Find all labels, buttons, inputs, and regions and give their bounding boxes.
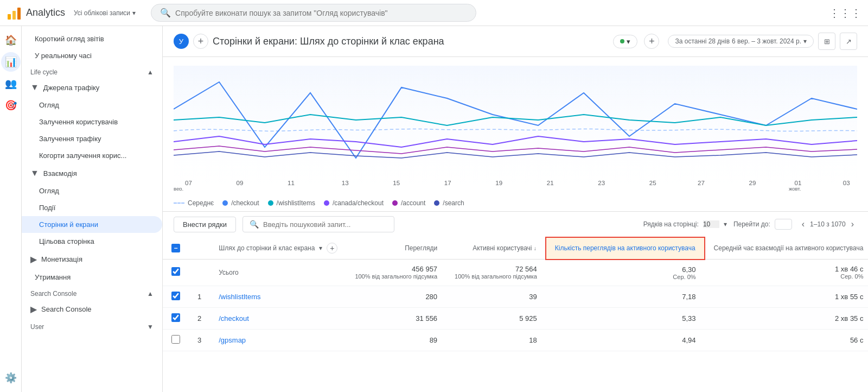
sidebar-item-traffic-acquisition[interactable]: Залучення трафіку: [22, 130, 162, 147]
sidebar-item-engagement[interactable]: ▼ Взаємодія: [22, 164, 162, 182]
svg-text:07: 07: [185, 180, 192, 186]
row-views-per-user-cell: 4,94: [546, 329, 705, 351]
nav-settings-icon[interactable]: ⚙️: [1, 368, 21, 388]
expand-icon: ▼: [30, 83, 39, 92]
expand-icon: ▼: [30, 168, 39, 178]
sidebar-item-events[interactable]: Події: [22, 199, 162, 216]
account-selector[interactable]: Усі облікові записи ▾: [74, 9, 136, 17]
status-badge[interactable]: ▾: [613, 35, 637, 48]
sidebar-item-realtime[interactable]: У реальному часі: [22, 47, 162, 64]
svg-text:жовт.: жовт.: [789, 186, 801, 191]
sidebar-item-label: Взаємодія: [43, 169, 77, 178]
svg-text:21: 21: [547, 180, 554, 186]
total-views-per-user-cell: 6,30 Сер. 0%: [546, 260, 705, 286]
nav-home-icon[interactable]: 🏠: [1, 30, 21, 50]
sidebar-item-monetization[interactable]: ▶ Монетизація: [22, 250, 162, 269]
row-path-cell[interactable]: /wishlistItems: [210, 286, 346, 307]
row-views-cell: 89: [346, 329, 446, 351]
col-views-per-user-header[interactable]: Кількість переглядів на активного корист…: [546, 237, 705, 260]
total-checkbox-cell[interactable]: [163, 260, 189, 286]
sidebar-item-user-acquisition[interactable]: Залучення користувачів: [22, 113, 162, 130]
row-checkbox-cell[interactable]: [163, 329, 189, 351]
sidebar-item-landing[interactable]: Цільова сторінка: [22, 233, 162, 250]
date-label: За останні 28 днів: [675, 37, 730, 45]
table-search-input[interactable]: [263, 220, 372, 229]
app-title: Analytics: [26, 7, 65, 18]
table-search-box[interactable]: 🔍: [242, 216, 394, 232]
sidebar-item-label: У реальному часі: [35, 52, 92, 60]
next-page-button[interactable]: ›: [848, 218, 857, 230]
sidebar-item-traffic-overview[interactable]: Огляд: [22, 97, 162, 113]
col-active-users-header[interactable]: Активні користувачі ↓: [446, 237, 546, 260]
chart-legend: Середнє /checkout /wishlistItems /canada…: [163, 195, 868, 211]
row-active-users-cell: 39: [446, 286, 546, 307]
goto-input[interactable]: 1: [775, 219, 792, 230]
legend-dot-icon: [222, 200, 228, 206]
share-button[interactable]: ↗: [840, 33, 857, 50]
add-dimension-button[interactable]: +: [327, 243, 337, 254]
chevron-down-icon: ▾: [319, 244, 322, 252]
sidebar-item-pages[interactable]: Сторінки й екрани: [22, 216, 162, 233]
legend-item-search[interactable]: /search: [434, 199, 464, 207]
row-checkbox-cell[interactable]: [163, 307, 189, 329]
row-path-cell[interactable]: /gpsmap: [210, 329, 346, 351]
col-path-header[interactable]: Шлях до сторінки й клас екрана ▾ +: [210, 237, 346, 260]
goto-label: Перейти до:: [733, 220, 770, 228]
total-views-cell: 456 957 100% від загального підсумка: [346, 260, 446, 286]
legend-item-checkout[interactable]: /checkout: [222, 199, 259, 207]
icon-nav: 🏠 📊 👥 🎯 ⚙️: [0, 26, 22, 392]
import-rows-button[interactable]: Внести рядки: [174, 217, 236, 232]
data-table: − Шлях до сторінки й клас екрана ▾ + Пер…: [163, 237, 868, 351]
table-header-row: − Шлях до сторінки й клас екрана ▾ + Пер…: [163, 237, 868, 260]
sidebar-item-traffic[interactable]: ▼ Джерела трафіку: [22, 78, 162, 97]
date-range-selector[interactable]: За останні 28 днів 6 вер. – 3 жовт. 2024…: [668, 35, 814, 48]
sidebar-item-cohorts[interactable]: Когорти залучення корис...: [22, 147, 162, 164]
prev-page-button[interactable]: ‹: [799, 218, 808, 230]
row-checkbox[interactable]: [171, 313, 180, 322]
sidebar-item-searchconsole[interactable]: ▶ Search Console: [22, 300, 162, 319]
global-search[interactable]: 🔍: [151, 4, 476, 22]
row-views-per-user-cell: 5,33: [546, 307, 705, 329]
app-logo: Analytics: [7, 5, 65, 21]
col-select-all[interactable]: −: [163, 237, 189, 260]
analytics-logo-icon: [7, 5, 22, 21]
add-view-button[interactable]: +: [193, 34, 208, 49]
goto-section: Перейти до: 1: [733, 219, 792, 230]
sidebar-item-label: Події: [39, 204, 55, 212]
sidebar-item-engagement-overview[interactable]: Огляд: [22, 182, 162, 199]
legend-dot-icon: [324, 200, 329, 206]
legend-item-wishlist[interactable]: /wishlistItems: [268, 199, 315, 207]
col-views-header[interactable]: Перегляди: [346, 237, 446, 260]
sidebar-item-label: Залучення користувачів: [39, 118, 118, 126]
rows-select[interactable]: 10 25 50: [703, 220, 719, 228]
legend-item-account[interactable]: /account: [392, 199, 425, 207]
row-avg-time-cell: 2 хв 35 с: [705, 307, 868, 329]
expand-icon: ▶: [30, 304, 37, 314]
svg-text:23: 23: [598, 180, 605, 186]
nav-target-icon[interactable]: 🎯: [1, 96, 21, 115]
col-avg-time-header[interactable]: Середній час взаємодії на активного кори…: [705, 237, 868, 260]
sidebar-item-retention[interactable]: Утримання: [22, 269, 162, 286]
row-checkbox[interactable]: [171, 335, 180, 344]
chevron-down-icon: ▾: [803, 37, 807, 45]
nav-chart-icon[interactable]: 📊: [1, 52, 21, 72]
sidebar-item-overview[interactable]: Короткий огляд звітів: [22, 30, 162, 47]
total-active-users-cell: 72 564 100% від загального підсумка: [446, 260, 546, 286]
view-toggle-button[interactable]: ⊞: [818, 33, 835, 50]
add-comparison-button[interactable]: +: [644, 34, 659, 49]
nav-people-icon[interactable]: 👥: [1, 74, 21, 93]
legend-item-canada-checkout[interactable]: /canada/checkout: [324, 199, 384, 207]
total-checkbox[interactable]: [171, 267, 180, 276]
row-checkbox-cell[interactable]: [163, 286, 189, 307]
table-toolbar: Внести рядки 🔍 Рядків на сторінці: 10 25…: [163, 211, 868, 237]
svg-text:вер.: вер.: [174, 186, 183, 191]
apps-icon[interactable]: ⋮⋮⋮: [829, 7, 861, 19]
svg-rect-3: [174, 66, 857, 191]
line-chart: 07 вер. 09 11 13 15 17 19 21 23 25 27 29…: [174, 66, 857, 191]
row-checkbox[interactable]: [171, 292, 180, 300]
legend-item-average[interactable]: Середнє: [174, 199, 214, 207]
search-input[interactable]: [175, 9, 467, 17]
svg-rect-1: [12, 11, 16, 20]
pagination-controls: ‹ 1–10 з 1070 ›: [799, 218, 857, 230]
row-path-cell[interactable]: /checkout: [210, 307, 346, 329]
